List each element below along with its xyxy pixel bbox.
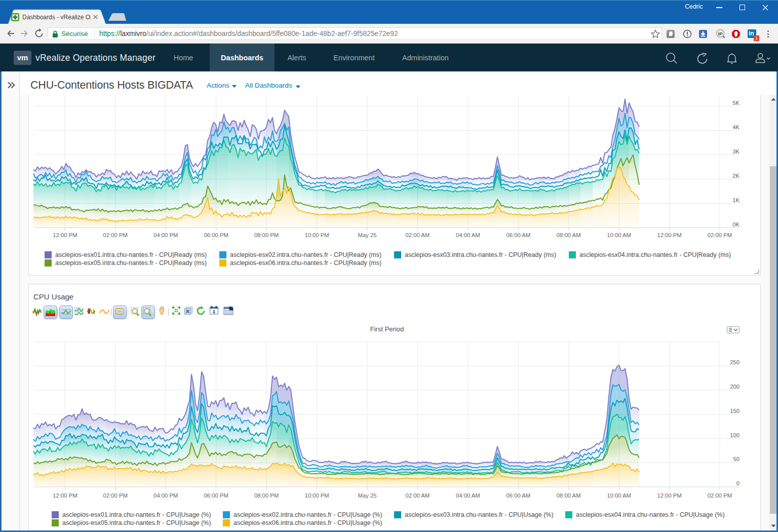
svg-text:May 25: May 25	[358, 492, 376, 499]
svg-text:12:00 PM: 12:00 PM	[657, 492, 681, 499]
svg-text:02:00 PM: 02:00 PM	[103, 232, 128, 238]
svg-text:02:00 PM: 02:00 PM	[708, 232, 732, 238]
svg-text:10:00 AM: 10:00 AM	[607, 232, 631, 238]
svg-text:08:00 AM: 08:00 AM	[557, 492, 581, 499]
svg-text:IP: IP	[718, 31, 723, 36]
svg-text:1K: 1K	[732, 197, 740, 203]
svg-text:06:00 AM: 06:00 AM	[506, 492, 530, 499]
svg-text:08:00 AM: 08:00 AM	[557, 232, 581, 238]
svg-text:12:00 PM: 12:00 PM	[53, 492, 77, 499]
svg-text:0: 0	[736, 480, 740, 486]
svg-text:12:00 PM: 12:00 PM	[657, 232, 681, 238]
svg-text:04:00 AM: 04:00 AM	[456, 492, 480, 499]
svg-text:08:00 PM: 08:00 PM	[254, 232, 279, 238]
svg-text:02:00 AM: 02:00 AM	[406, 492, 430, 499]
svg-text:250: 250	[730, 359, 740, 365]
svg-text:08:00 PM: 08:00 PM	[254, 492, 279, 499]
svg-text:10:00 PM: 10:00 PM	[304, 232, 329, 238]
svg-text:06:00 PM: 06:00 PM	[204, 232, 228, 238]
svg-text:50: 50	[733, 456, 740, 462]
svg-text:150: 150	[730, 408, 740, 414]
svg-text:04:00 PM: 04:00 PM	[153, 232, 178, 238]
svg-text:2K: 2K	[732, 173, 740, 179]
svg-text:100: 100	[730, 432, 740, 438]
svg-text:3K: 3K	[732, 148, 740, 155]
svg-text:02:00 PM: 02:00 PM	[103, 492, 128, 499]
svg-text:10:00 PM: 10:00 PM	[304, 492, 329, 499]
svg-text:5K: 5K	[732, 100, 740, 106]
svg-text:10:00 AM: 10:00 AM	[607, 492, 631, 499]
svg-text:04:00 PM: 04:00 PM	[153, 492, 178, 499]
svg-text:200: 200	[730, 384, 740, 390]
svg-text:May 25: May 25	[358, 232, 376, 238]
svg-text:06:00 AM: 06:00 AM	[506, 232, 530, 238]
svg-text:04:00 AM: 04:00 AM	[456, 232, 480, 238]
svg-text:06:00 PM: 06:00 PM	[204, 492, 228, 499]
svg-text:02:00 AM: 02:00 AM	[406, 232, 430, 238]
svg-text:12:00 PM: 12:00 PM	[53, 232, 77, 238]
svg-text:1: 1	[213, 309, 216, 314]
svg-text:0K: 0K	[732, 221, 740, 227]
svg-text:02:00 PM: 02:00 PM	[708, 492, 732, 499]
svg-text:4K: 4K	[732, 124, 740, 130]
